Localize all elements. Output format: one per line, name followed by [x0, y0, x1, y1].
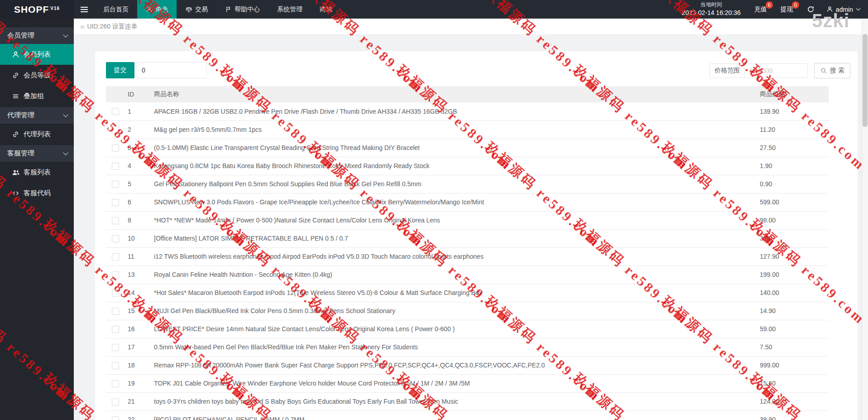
toolbar-right: 价格范围 搜 索: [710, 62, 850, 78]
submit-button[interactable]: 提交: [106, 62, 134, 78]
row-checkbox[interactable]: [112, 217, 119, 224]
nav-item-trade[interactable]: 交易: [177, 0, 216, 19]
content-area: 提交 价格范围 搜 索: [74, 35, 862, 420]
row-checkbox[interactable]: [112, 199, 119, 206]
sidebar-group-members[interactable]: 会员管理: [0, 27, 74, 44]
cell-product-price: 599.00: [756, 193, 829, 211]
cell-id: 16: [124, 320, 150, 338]
table-row: 11 i12 TWS Bluetooth wireless earphones …: [106, 247, 829, 266]
cell-product-name: LOWEST PRICE* Desire 14mm Natural Size C…: [150, 320, 756, 338]
cell-id: 3: [124, 139, 150, 157]
sidebar-group-support[interactable]: 客服管理: [0, 145, 74, 162]
row-checkbox[interactable]: [112, 108, 119, 115]
cell-id: 1: [124, 102, 150, 121]
cell-id: 4: [124, 157, 150, 175]
sidebar-toggle-button[interactable]: [74, 0, 95, 19]
cell-id: 17: [124, 338, 150, 356]
cell-id: 15: [124, 302, 150, 320]
recharge-link[interactable]: 充值 6: [754, 5, 767, 14]
row-checkbox[interactable]: [112, 398, 119, 406]
scrollbar-thumb[interactable]: [863, 34, 868, 127]
sidebar-item-support-list[interactable]: 客服列表: [0, 162, 74, 183]
row-checkbox[interactable]: [112, 163, 119, 170]
cell-product-price: 999.00: [756, 356, 829, 374]
row-checkbox[interactable]: [112, 145, 119, 152]
cell-product-price: 199.00: [756, 266, 829, 284]
cell-product-price: 124.00: [756, 392, 829, 410]
row-checkbox[interactable]: [112, 253, 119, 261]
table-row: 8 *HOT* *NEW* Made 14mm ( Power 0-500 )N…: [106, 211, 829, 229]
chevron-down-icon: [63, 150, 68, 155]
row-checkbox[interactable]: [112, 344, 119, 351]
row-checkbox[interactable]: [112, 235, 119, 242]
cell-product-name: TOPK J01 Cable Organizer Wire Winder Ear…: [150, 374, 756, 392]
users-icon: [12, 169, 19, 176]
flag-icon: [225, 6, 232, 13]
toolbar: 提交 价格范围 搜 索: [106, 62, 850, 78]
sidebar-item-agent-list[interactable]: 代理列表: [0, 124, 74, 145]
row-checkbox[interactable]: [112, 326, 119, 333]
app-logo: SHOPFV16: [0, 0, 74, 19]
header-product-price: 商品价格: [756, 86, 829, 102]
cell-product-name: SNOWPLUS New 3.0 Pods Flavors - Grape Ic…: [150, 193, 756, 211]
row-checkbox[interactable]: [112, 271, 119, 279]
cell-product-name: Gel Pen Stationery Ballpoint Pen 0.5mm S…: [150, 175, 756, 193]
table-row: 6 SNOWPLUS New 3.0 Pods Flavors - Grape …: [106, 193, 829, 211]
table-row: 14 *Hot Sales* Macaron Bluetooth Earpod …: [106, 284, 829, 302]
cell-product-price: 11.20: [756, 121, 829, 139]
cell-product-name: *Hot Sales* Macaron Bluetooth Earpod InP…: [150, 284, 756, 302]
price-range-group: 价格范围: [710, 63, 808, 78]
user-menu[interactable]: admin: [826, 6, 860, 13]
cell-product-price: 1.90: [756, 157, 829, 175]
cell-product-name: MUJI Gel Pen Black/Blue/Red Ink Color Pe…: [150, 302, 756, 320]
cell-product-price: 15.60: [756, 374, 829, 392]
code-icon: [12, 189, 19, 197]
cell-product-price: 7.50: [756, 338, 829, 356]
row-checkbox[interactable]: [112, 126, 119, 134]
row-checkbox[interactable]: [112, 308, 119, 315]
sidebar-item-member-list[interactable]: 会员列表: [0, 44, 74, 65]
search-button[interactable]: 搜 索: [814, 63, 850, 78]
sidebar-item-support-code[interactable]: 客服代码: [0, 183, 74, 203]
withdraw-link[interactable]: 提现 0: [781, 5, 793, 14]
nav-item-mall[interactable]: 商城: [311, 0, 341, 19]
cell-product-price: 140.00: [756, 284, 829, 302]
cell-product-name: *HOT* *NEW* Made 14mm ( Power 0-500 )Nat…: [150, 211, 756, 229]
sidebar-group-agents[interactable]: 代理管理: [0, 106, 74, 124]
nav-item-roles[interactable]: 角色: [137, 0, 177, 19]
cell-product-price: 127.90: [756, 247, 829, 266]
recharge-badge: 6: [766, 1, 773, 9]
table-row: 19 TOPK J01 Cable Organizer Wire Winder …: [106, 374, 829, 392]
cell-product-name: Kerongsang 0.8CM 1pc Batu Korea Baby Bro…: [150, 157, 756, 175]
cell-id: 13: [124, 266, 150, 284]
table-row: 13 Royal Canin Feline Health Nutrition -…: [106, 266, 829, 284]
row-checkbox[interactable]: [112, 380, 119, 387]
cell-id: 11: [124, 247, 150, 266]
header-product-name: 商品名称: [150, 86, 756, 102]
refresh-button[interactable]: [807, 5, 815, 13]
top-nav: 后台首页 角色 交易 帮: [95, 0, 341, 19]
cell-product-name: (0.5-1.0MM) Elastic Line Transparent Cry…: [150, 139, 756, 157]
row-checkbox[interactable]: [112, 362, 119, 369]
price-range-label: 价格范围: [710, 64, 745, 77]
nav-item-dashboard[interactable]: 后台首页: [95, 0, 137, 19]
price-range-input[interactable]: [745, 64, 807, 77]
sidebar-item-stack-group[interactable]: 叠加组: [0, 86, 74, 106]
row-checkbox[interactable]: [112, 181, 119, 188]
chevron-down-icon: [856, 6, 861, 11]
row-checkbox[interactable]: [112, 416, 119, 420]
amount-input[interactable]: [137, 62, 207, 78]
person-icon: [146, 6, 153, 13]
nav-item-system[interactable]: 系统管理: [269, 0, 311, 19]
cell-product-price: 59.00: [756, 320, 829, 338]
user-icon: [826, 6, 833, 13]
row-checkbox[interactable]: [112, 290, 119, 297]
product-table-wrap: ID 商品名称 商品价格 1 APACER 16GB / 32GB USB2.0…: [106, 86, 829, 420]
nav-item-help-center[interactable]: 帮助中心: [216, 0, 269, 19]
chevron-down-icon: [63, 112, 68, 117]
table-row: 10 [Office Matters] LATOR SIMPLE RETRACT…: [106, 229, 829, 247]
sidebar-item-member-level[interactable]: 会员等级: [0, 65, 74, 86]
table-row: 16 LOWEST PRICE* Desire 14mm Natural Siz…: [106, 320, 829, 338]
main-card: 提交 价格范围 搜 索: [95, 51, 858, 420]
header-checkbox-col: [106, 86, 124, 102]
